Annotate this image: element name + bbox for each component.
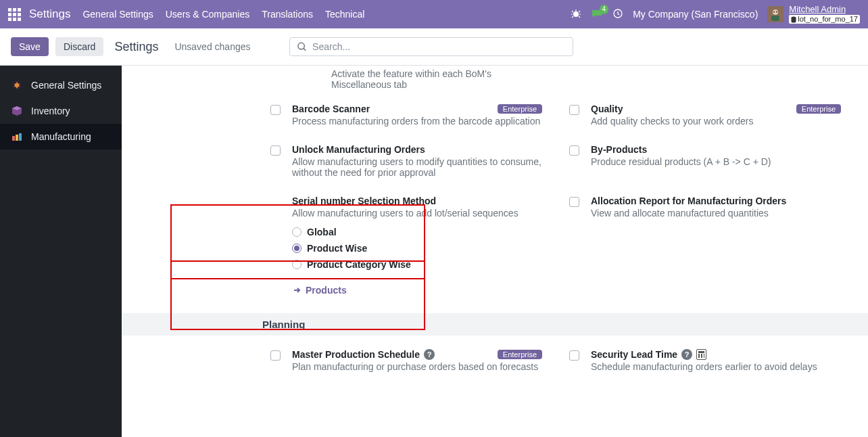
prev-setting-desc: Activate the feature within each BoM's M… — [122, 66, 554, 90]
checkbox-quality[interactable] — [569, 105, 579, 115]
setting-allocation: Allocation Report for Manufacturing Orde… — [569, 186, 841, 296]
database-tag: lot_no_for_mo_17 — [789, 15, 860, 24]
checkbox-lead[interactable] — [569, 350, 579, 361]
sidebar-item-general[interactable]: General Settings — [0, 72, 122, 98]
svg-point-5 — [773, 12, 775, 13]
search-box[interactable] — [289, 37, 573, 56]
avatar — [767, 6, 783, 22]
sidebar-item-manufacturing[interactable]: Manufacturing — [0, 124, 122, 150]
discard-button[interactable]: Discard — [55, 37, 103, 56]
setting-quality: QualityEnterprise Add quality checks to … — [569, 94, 841, 127]
arrow-right-icon — [292, 285, 302, 295]
unsaved-indicator: Unsaved changes — [174, 41, 250, 52]
clock-icon[interactable] — [612, 8, 623, 21]
checkbox-allocation[interactable] — [569, 197, 579, 207]
setting-lead-time: Security Lead Time? Schedule manufacturi… — [569, 340, 841, 372]
module-name[interactable]: Settings — [29, 7, 70, 21]
settings-content: Activate the feature within each BoM's M… — [122, 66, 868, 437]
search-input[interactable] — [312, 41, 566, 52]
menu-technical[interactable]: Technical — [325, 9, 364, 20]
svg-rect-11 — [16, 135, 18, 141]
bug-icon[interactable] — [571, 8, 581, 21]
radio-icon — [292, 260, 302, 269]
breadcrumb: Settings — [114, 40, 158, 54]
box-icon — [11, 105, 23, 117]
chat-icon[interactable]: 4 — [591, 9, 603, 20]
sidebar-item-inventory[interactable]: Inventory — [0, 98, 122, 124]
sidebar-item-label: Inventory — [31, 106, 70, 116]
svg-rect-12 — [19, 133, 22, 141]
user-name: Mitchell Admin — [789, 5, 860, 14]
section-planning: Planning — [122, 313, 868, 336]
radio-icon — [292, 227, 302, 237]
sidebar-item-label: General Settings — [31, 80, 101, 91]
menu-general-settings[interactable]: General Settings — [82, 9, 153, 20]
control-panel: Save Discard Settings Unsaved changes — [0, 28, 868, 66]
checkbox-unlock[interactable] — [270, 145, 281, 156]
enterprise-badge: Enterprise — [498, 104, 542, 114]
setting-barcode: Barcode ScannerEnterprise Process manufa… — [270, 94, 542, 127]
svg-point-6 — [776, 12, 777, 13]
apps-icon[interactable] — [8, 8, 21, 21]
checkbox-mps[interactable] — [270, 350, 281, 361]
top-menu: General Settings Users & Companies Trans… — [82, 9, 364, 20]
products-link[interactable]: Products — [292, 285, 542, 296]
svg-point-0 — [573, 12, 579, 17]
setting-mps: Master Production Schedule?Enterprise Pl… — [270, 340, 542, 372]
user-menu[interactable]: Mitchell Admin lot_no_for_mo_17 — [767, 5, 860, 24]
radio-product-wise[interactable]: Product Wise — [292, 240, 542, 256]
setting-unlock: Unlock Manufacturing Orders Allow manufa… — [270, 135, 542, 178]
checkbox-byproducts[interactable] — [569, 145, 579, 156]
company-selector[interactable]: My Company (San Francisco) — [633, 9, 758, 20]
top-nav: Settings General Settings Users & Compan… — [0, 0, 868, 28]
save-button[interactable]: Save — [11, 37, 49, 56]
enterprise-badge: Enterprise — [498, 350, 542, 359]
help-icon[interactable]: ? — [681, 349, 692, 360]
svg-rect-4 — [771, 16, 779, 21]
settings-sidebar: General Settings Inventory Manufacturing — [0, 66, 122, 437]
enterprise-badge: Enterprise — [796, 104, 841, 114]
radio-icon — [292, 244, 302, 253]
menu-users-companies[interactable]: Users & Companies — [166, 9, 250, 20]
menu-translations[interactable]: Translations — [262, 9, 313, 20]
svg-rect-10 — [12, 136, 15, 141]
radio-global[interactable]: Global — [292, 224, 542, 240]
radio-category-wise[interactable]: Product Category Wise — [292, 256, 542, 273]
search-icon — [297, 41, 307, 52]
svg-point-8 — [298, 43, 304, 49]
help-icon[interactable]: ? — [424, 349, 435, 360]
calculator-icon — [696, 349, 706, 360]
gear-icon — [11, 79, 23, 91]
checkbox-barcode[interactable] — [270, 105, 281, 115]
setting-serial: Serial number Selection Method Allow man… — [270, 186, 542, 296]
chat-count: 4 — [600, 5, 609, 14]
factory-icon — [11, 131, 23, 143]
sidebar-item-label: Manufacturing — [31, 131, 91, 142]
setting-byproducts: By-Products Produce residual products (A… — [569, 135, 841, 178]
